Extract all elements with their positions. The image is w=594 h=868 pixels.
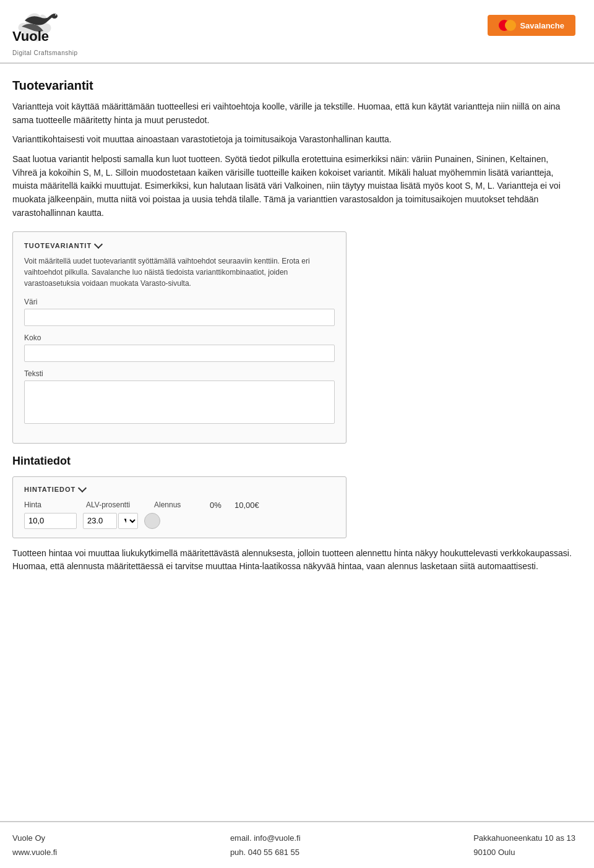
mc-circle-orange <box>505 20 516 31</box>
hinta-labels-row: Hinta ALV-prosentti Alennus 0% 10,00€ <box>24 501 335 510</box>
koko-group: Koko <box>24 333 335 362</box>
footer-address2: 90100 Oulu <box>473 846 575 859</box>
col-alv-label: ALV-prosentti <box>86 501 148 509</box>
chevron-down-icon[interactable] <box>94 240 103 249</box>
teksti-label: Teksti <box>24 369 335 378</box>
para3: Saat luotua variantit helposti samalla k… <box>12 153 575 220</box>
col-euro-value: 10,00€ <box>235 501 272 510</box>
savalanche-badge: Savalanche <box>488 15 575 36</box>
screenshot-desc: Voit määritellä uudet tuotevariantit syö… <box>24 256 335 289</box>
logo-svg: Vuole <box>12 11 68 48</box>
page-footer: Vuole Oy www.vuole.fi email. info@vuole.… <box>0 821 594 868</box>
koko-label: Koko <box>24 333 335 342</box>
footer-address1: Pakkahuoneenkatu 10 as 13 <box>473 832 575 844</box>
hinta-input[interactable] <box>24 513 77 529</box>
alennus-circle[interactable] <box>144 513 160 529</box>
alv-select[interactable]: ▼ <box>118 513 138 529</box>
footer-col3: Pakkahuoneenkatu 10 as 13 90100 Oulu <box>473 832 575 858</box>
savalanche-label: Savalanche <box>520 21 564 30</box>
footer-col2: email. info@vuole.fi puh. 040 55 681 55 <box>230 832 301 858</box>
footer-email: email. info@vuole.fi <box>230 832 301 844</box>
section1-title: Tuotevariantit <box>12 79 575 93</box>
teksti-input[interactable] <box>24 380 335 424</box>
footer-company: Vuole Oy <box>12 832 57 844</box>
footer-col1: Vuole Oy www.vuole.fi <box>12 832 57 858</box>
tuotevariantit-box: TUOTEVARIANTIT Voit määritellä uudet tuo… <box>12 231 346 444</box>
footer-phone: puh. 040 55 681 55 <box>230 846 301 859</box>
logo-area: Vuole Digital Craftsmanship <box>12 11 78 56</box>
logo-tagline: Digital Craftsmanship <box>12 49 78 56</box>
vari-input[interactable] <box>24 309 335 326</box>
hintatiedot-header-label: HINTATIEDOT <box>24 486 75 493</box>
section2-title: Hintatiedot <box>12 455 575 468</box>
vuole-logo: Vuole <box>12 11 68 48</box>
tuotevariantit-header-label: TUOTEVARIANTIT <box>24 242 92 249</box>
hintatiedot-box: HINTATIEDOT Hinta ALV-prosentti Alennus … <box>12 476 346 538</box>
koko-input[interactable] <box>24 345 335 362</box>
col-hinta-label: Hinta <box>24 501 80 509</box>
svg-point-0 <box>51 14 58 19</box>
para2: Varianttikohtaisesti voit muuttaa ainoas… <box>12 133 575 147</box>
tuotevariantit-box-header: TUOTEVARIANTIT <box>24 242 335 249</box>
mastercard-icon <box>499 20 516 31</box>
para1: Variantteja voit käyttää määrittämään tu… <box>12 100 575 127</box>
footer-website: www.vuole.fi <box>12 846 57 859</box>
col-percent-value: 0% <box>210 501 228 510</box>
main-content: Tuotevariantit Variantteja voit käyttää … <box>0 64 594 592</box>
vari-group: Väri <box>24 298 335 326</box>
para4: Tuotteen hintaa voi muuttaa liukukytkime… <box>12 547 575 574</box>
alv-input[interactable] <box>83 513 117 529</box>
vari-label: Väri <box>24 298 335 306</box>
svg-text:Vuole: Vuole <box>12 28 49 44</box>
col-alennus-label: Alennus <box>154 501 204 509</box>
hintatiedot-chevron-icon[interactable] <box>78 484 87 492</box>
teksti-group: Teksti <box>24 369 335 426</box>
hinta-inputs-row: ▼ <box>24 513 335 529</box>
page-header: Vuole Digital Craftsmanship Savalanche <box>0 0 594 64</box>
svg-point-1 <box>55 14 56 15</box>
hintatiedot-box-header: HINTATIEDOT <box>24 486 335 493</box>
